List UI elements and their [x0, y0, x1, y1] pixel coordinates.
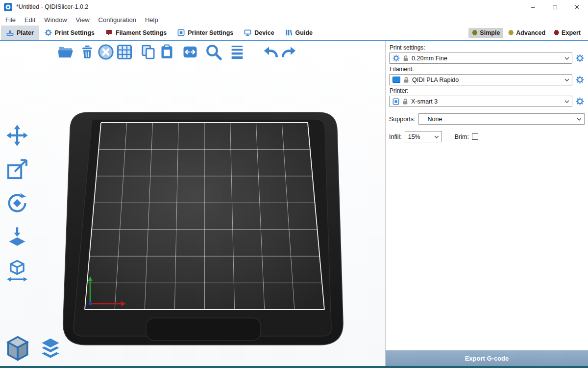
printer-gear-button[interactable] — [575, 97, 585, 106]
lock-icon — [402, 98, 408, 105]
search-button[interactable] — [204, 43, 223, 61]
folder-icon — [57, 44, 74, 60]
filament-gear-button[interactable] — [575, 75, 585, 85]
trash-icon — [79, 44, 95, 60]
lock-icon — [403, 55, 409, 62]
tab-guide[interactable]: Guide — [280, 26, 318, 40]
arrange-icon — [116, 44, 133, 60]
export-gcode-button[interactable]: Export G-code — [386, 350, 588, 366]
tab-label: Printer Settings — [188, 29, 233, 36]
delete-button[interactable] — [78, 43, 97, 61]
chevron-down-icon — [564, 57, 569, 60]
tab-device[interactable]: Device — [239, 26, 279, 40]
filament-combo[interactable]: QIDI PLA Rapido — [389, 74, 572, 85]
print-settings-label: Print settings: — [390, 44, 585, 51]
mode-label: Advanced — [516, 29, 545, 36]
view-toggle — [3, 333, 64, 363]
chevron-down-icon — [564, 79, 569, 81]
layer-height-icon — [229, 44, 245, 60]
brim-checkbox[interactable] — [472, 133, 478, 140]
mode-advanced[interactable]: Advanced — [505, 28, 549, 38]
print-settings-combo[interactable]: 0.20mm Fine — [389, 53, 572, 64]
menu-file[interactable]: File — [1, 14, 20, 26]
rotate-icon — [6, 192, 28, 214]
menu-bar: File Edit Window View Configuration Help — [0, 14, 588, 26]
print-settings-icon — [45, 29, 52, 36]
move-tool-button[interactable] — [5, 123, 29, 148]
printer-label: Printer: — [390, 87, 585, 94]
printer-combo[interactable]: X-smart 3 — [389, 96, 572, 107]
printer-value: X-smart 3 — [411, 98, 562, 105]
tab-filament-settings[interactable]: Filament Settings — [100, 26, 172, 40]
tab-label: Filament Settings — [116, 29, 167, 36]
undo-button[interactable] — [261, 43, 280, 61]
filament-label: Filament: — [390, 66, 585, 73]
scale-tool-button[interactable] — [5, 157, 29, 182]
preview-layers-button[interactable] — [37, 336, 64, 363]
menu-window[interactable]: Window — [40, 14, 71, 26]
expert-mode-icon — [554, 30, 559, 35]
tab-label: Plater — [17, 29, 34, 36]
move-icon — [6, 124, 28, 147]
window-title: *Untitled - QIDISlicer-1.0.2 — [16, 3, 88, 10]
close-button[interactable]: ✕ — [566, 0, 588, 14]
gear-icon — [576, 54, 584, 62]
copy-icon — [140, 44, 156, 60]
menu-configuration[interactable]: Configuration — [94, 14, 141, 26]
redo-icon — [280, 43, 298, 61]
layers-icon — [38, 337, 63, 362]
open-project-button[interactable] — [56, 43, 75, 61]
rotate-tool-button[interactable] — [5, 191, 29, 215]
place-on-face-tool-button[interactable] — [5, 225, 29, 249]
menu-help[interactable]: Help — [141, 14, 163, 26]
filament-settings-icon — [105, 29, 113, 36]
window-controls: – □ ✕ — [522, 0, 588, 14]
tab-label: Device — [254, 29, 274, 36]
chevron-down-icon — [564, 100, 569, 103]
mode-label: Simple — [480, 29, 500, 36]
device-icon — [244, 29, 251, 36]
printer-settings-icon — [177, 29, 185, 36]
measure-tool-button[interactable] — [5, 259, 29, 283]
advanced-mode-icon — [508, 30, 514, 35]
mode-expert[interactable]: Expert — [550, 28, 584, 38]
supports-value: None — [428, 116, 577, 123]
printer-icon — [392, 98, 399, 105]
variable-layer-height-button[interactable] — [228, 43, 246, 61]
viewport-3d[interactable] — [0, 41, 385, 366]
copy-button[interactable] — [139, 43, 157, 61]
infill-value: 15% — [408, 133, 434, 140]
window-bottom-border — [0, 366, 588, 368]
undo-icon — [262, 43, 279, 61]
tab-bar: Plater Print Settings Filament Settings … — [0, 26, 588, 41]
titlebar: *Untitled - QIDISlicer-1.0.2 – □ ✕ — [0, 0, 588, 14]
supports-combo[interactable]: None — [418, 113, 585, 125]
editor-view-button[interactable] — [3, 333, 32, 363]
print-bed — [0, 41, 385, 366]
paste-button[interactable] — [157, 43, 176, 61]
delete-all-button[interactable] — [97, 43, 115, 61]
redo-button[interactable] — [280, 43, 298, 61]
mode-switcher: Simple Advanced Expert — [468, 26, 588, 40]
filament-value: QIDI PLA Rapido — [412, 77, 562, 83]
simple-mode-icon — [472, 30, 477, 35]
tab-plater[interactable]: Plater — [1, 26, 39, 40]
brim-label: Brim: — [455, 133, 469, 140]
minimize-button[interactable]: – — [522, 0, 544, 14]
maximize-button[interactable]: □ — [544, 0, 566, 14]
cube-3d-icon — [4, 334, 31, 362]
measure-icon — [6, 260, 28, 282]
mode-simple[interactable]: Simple — [468, 28, 503, 38]
gear-icon — [576, 76, 584, 84]
arrange-button[interactable] — [115, 43, 134, 61]
print-settings-value: 0.20mm Fine — [412, 55, 562, 62]
menu-edit[interactable]: Edit — [20, 14, 40, 26]
tab-printer-settings[interactable]: Printer Settings — [172, 26, 239, 40]
tab-print-settings[interactable]: Print Settings — [39, 26, 100, 40]
app-logo-icon — [4, 3, 12, 11]
menu-view[interactable]: View — [72, 14, 94, 26]
infill-combo[interactable]: 15% — [405, 131, 442, 142]
print-settings-gear-button[interactable] — [575, 53, 585, 63]
paste-icon — [159, 44, 175, 60]
split-button[interactable] — [181, 43, 199, 61]
